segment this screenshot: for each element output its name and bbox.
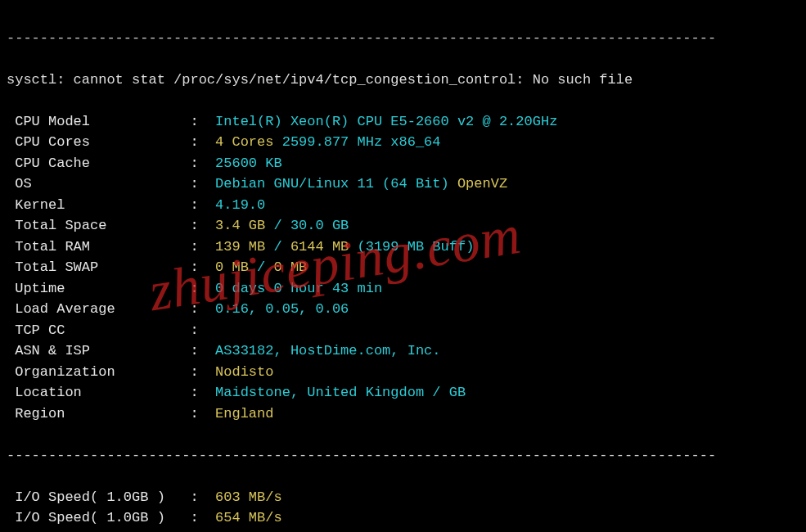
colon-separator: : bbox=[182, 489, 215, 505]
info-value-segment: (3199 MB Buff) bbox=[358, 239, 475, 255]
info-label: Uptime bbox=[7, 278, 182, 300]
info-label: Total SWAP bbox=[7, 257, 182, 278]
colon-separator: : bbox=[182, 156, 215, 171]
info-value-segment: 4.19.0 bbox=[215, 197, 265, 213]
info-value-segment: 25600 KB bbox=[215, 156, 282, 171]
info-value-segment: Nodisto bbox=[215, 364, 273, 380]
info-value-segment: Debian GNU/Linux 11 (64 Bit) bbox=[215, 176, 457, 192]
info-label: CPU Cores bbox=[7, 132, 182, 153]
info-row: Total SWAP : 0 MB / 0 MB bbox=[7, 257, 799, 278]
colon-separator: : bbox=[182, 510, 215, 525]
info-label: Region bbox=[7, 404, 182, 425]
colon-separator: : bbox=[182, 406, 215, 422]
info-row: Location : Maidstone, United Kingdom / G… bbox=[7, 382, 799, 404]
info-row: Organization : Nodisto bbox=[7, 362, 799, 383]
colon-separator: : bbox=[182, 134, 215, 150]
info-label: Load Average bbox=[7, 299, 182, 320]
info-row: CPU Model : Intel(R) Xeon(R) CPU E5-2660… bbox=[7, 111, 799, 133]
divider: ----------------------------------------… bbox=[7, 28, 799, 49]
colon-separator: : bbox=[182, 197, 215, 213]
info-row: CPU Cache : 25600 KB bbox=[7, 153, 799, 174]
info-label: CPU Cache bbox=[7, 153, 182, 174]
colon-separator: : bbox=[182, 239, 215, 255]
colon-separator: : bbox=[182, 343, 215, 358]
info-row: CPU Cores : 4 Cores 2599.877 MHz x86_64 bbox=[7, 132, 799, 153]
io-label: I/O Speed( 1.0GB ) bbox=[7, 529, 182, 533]
info-label: CPU Model bbox=[7, 111, 182, 133]
info-label: Kernel bbox=[7, 195, 182, 216]
io-row: I/O Speed( 1.0GB ) : 671 MB/s bbox=[7, 529, 799, 533]
colon-separator: : bbox=[182, 281, 215, 296]
info-value-segment: 4 Cores bbox=[215, 134, 282, 150]
info-value-segment: OpenVZ bbox=[457, 176, 507, 192]
info-label: TCP CC bbox=[7, 320, 182, 341]
info-value-segment: 6144 MB bbox=[290, 239, 358, 255]
colon-separator: : bbox=[182, 301, 215, 317]
info-label: Total Space bbox=[7, 215, 182, 237]
info-value-segment: AS33182, HostDime.com, Inc. bbox=[215, 343, 440, 358]
info-value-segment: 2599.877 MHz x86_64 bbox=[282, 134, 441, 150]
error-line: sysctl: cannot stat /proc/sys/net/ipv4/t… bbox=[7, 70, 799, 91]
io-row: I/O Speed( 1.0GB ) : 654 MB/s bbox=[7, 507, 799, 529]
io-row: I/O Speed( 1.0GB ) : 603 MB/s bbox=[7, 487, 799, 508]
io-value: 603 MB/s bbox=[215, 489, 282, 505]
colon-separator: : bbox=[182, 176, 215, 192]
colon-separator: : bbox=[182, 385, 215, 400]
info-value-segment: 0 MB bbox=[273, 259, 307, 275]
colon-separator: : bbox=[182, 322, 215, 338]
info-label: Location bbox=[7, 382, 182, 404]
info-value-segment: 3.4 GB bbox=[215, 218, 273, 233]
info-value-segment: 0.16, 0.05, 0.06 bbox=[215, 301, 349, 317]
colon-separator: : bbox=[182, 364, 215, 380]
info-row: Region : England bbox=[7, 404, 799, 425]
io-label: I/O Speed( 1.0GB ) bbox=[7, 507, 182, 529]
info-row: OS : Debian GNU/Linux 11 (64 Bit) OpenVZ bbox=[7, 174, 799, 195]
info-label: OS bbox=[7, 174, 182, 195]
info-value-segment: 139 MB bbox=[215, 239, 273, 255]
io-speed-block: I/O Speed( 1.0GB ) : 603 MB/s I/O Speed(… bbox=[7, 487, 799, 533]
system-info-block: CPU Model : Intel(R) Xeon(R) CPU E5-2660… bbox=[7, 111, 799, 425]
info-row: ASN & ISP : AS33182, HostDime.com, Inc. bbox=[7, 340, 799, 362]
info-row: TCP CC : bbox=[7, 320, 799, 341]
io-value: 654 MB/s bbox=[215, 510, 282, 525]
info-value-segment: / bbox=[257, 259, 273, 275]
info-row: Kernel : 4.19.0 bbox=[7, 195, 799, 216]
divider: ----------------------------------------… bbox=[7, 445, 799, 467]
info-value-segment: 0 MB bbox=[215, 259, 257, 275]
terminal-output: ----------------------------------------… bbox=[0, 0, 806, 532]
info-value-segment: England bbox=[215, 406, 273, 422]
info-value-segment: Intel(R) Xeon(R) CPU E5-2660 v2 @ 2.20GH… bbox=[215, 114, 557, 129]
info-row: Total Space : 3.4 GB / 30.0 GB bbox=[7, 215, 799, 237]
info-label: Total RAM bbox=[7, 237, 182, 258]
info-row: Uptime : 0 days 0 hour 43 min bbox=[7, 278, 799, 300]
colon-separator: : bbox=[182, 218, 215, 233]
io-label: I/O Speed( 1.0GB ) bbox=[7, 487, 182, 508]
colon-separator: : bbox=[182, 114, 215, 129]
info-row: Load Average : 0.16, 0.05, 0.06 bbox=[7, 299, 799, 320]
info-value-segment: / bbox=[273, 218, 290, 233]
info-label: ASN & ISP bbox=[7, 340, 182, 362]
info-label: Organization bbox=[7, 362, 182, 383]
info-value-segment: 30.0 GB bbox=[290, 218, 349, 233]
info-value-segment: Maidstone, United Kingdom / GB bbox=[215, 385, 466, 400]
info-value-segment: / bbox=[273, 239, 290, 255]
info-value-segment: 0 days 0 hour 43 min bbox=[215, 281, 382, 296]
info-row: Total RAM : 139 MB / 6144 MB (3199 MB Bu… bbox=[7, 237, 799, 258]
colon-separator: : bbox=[182, 259, 215, 275]
